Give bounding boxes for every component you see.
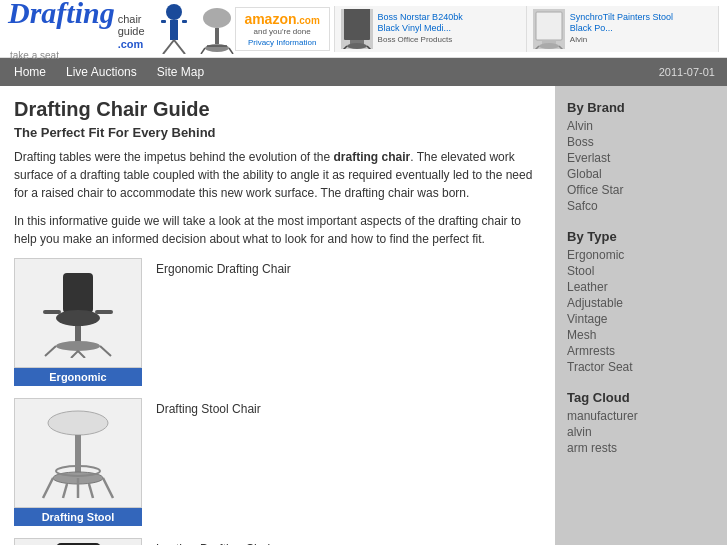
svg-line-31 [78,351,85,358]
sidebar-type-mesh[interactable]: Mesh [567,328,715,342]
product-item-ergonomic: Ergonomic Ergonomic Drafting Chair [14,258,541,386]
svg-rect-2 [161,20,166,23]
amazon-logo: amazon.com [244,11,319,27]
sidebar-type-tractorseat[interactable]: Tractor Seat [567,360,715,374]
svg-rect-3 [182,20,187,23]
nav-site-map[interactable]: Site Map [147,58,214,86]
svg-line-28 [45,346,56,356]
logo-sub3: .com [118,38,145,50]
sidebar-type-ergonomic[interactable]: Ergonomic [567,248,715,262]
ad2-subtitle: Black Po... [570,23,673,35]
svg-line-4 [163,40,174,54]
sidebar-tag-manufacturer[interactable]: manufacturer [567,409,715,423]
chair-icon-2 [199,4,235,54]
sidebar-type-leather[interactable]: Leather [567,280,715,294]
logo-main[interactable]: Drafting [8,0,115,30]
svg-line-30 [100,346,111,356]
site-header: Drafting chair guide .com take a seat [0,0,727,58]
logo-area: Drafting chair guide .com take a seat [8,0,235,61]
bold-keyword: drafting chair [334,150,411,164]
product-desc-stool: Drafting Stool Chair [144,398,261,416]
svg-rect-17 [536,12,562,40]
ad1-brand: Boss Office Products [378,35,463,45]
body-paragraph-1: Drafting tables were the impetus behind … [14,148,541,202]
sidebar-brand-global[interactable]: Global [567,167,715,181]
navbar: Home Live Auctions Site Map 2011-07-01 [0,58,727,86]
product-item-leather: Leather Leather Drafting Chair [14,538,541,545]
sidebar-tag-armrests[interactable]: arm rests [567,441,715,455]
svg-point-32 [48,411,108,435]
page-subtitle: The Perfect Fit For Every Behind [14,125,541,140]
body-paragraph-2: In this informative guide we will take a… [14,212,541,248]
sidebar-brand-officestar[interactable]: Office Star [567,183,715,197]
ad-block-1[interactable]: Boss Norstar B240bk Black Vinyl Medi... … [335,6,527,52]
svg-line-20 [535,46,539,49]
amazon-ad[interactable]: amazon.com and you're done Privacy Infor… [235,7,330,51]
product-label-ergonomic: Ergonomic [14,368,142,386]
sidebar-type-stool[interactable]: Stool [567,264,715,278]
content-area: Drafting Chair Guide The Perfect Fit For… [0,86,555,545]
product-desc-leather: Leather Drafting Chair [144,538,274,545]
page-title: Drafting Chair Guide [14,98,541,121]
ad1-subtitle: Black Vinyl Medi... [378,23,463,35]
sidebar-brand-alvin[interactable]: Alvin [567,119,715,133]
ergonomic-chair-svg [33,268,123,358]
chair-icon-1 [153,4,195,54]
svg-line-35 [43,478,53,498]
stool-chair-svg [33,403,123,503]
sidebar-brand-safco[interactable]: Safco [567,199,715,213]
svg-line-37 [63,484,67,498]
nav-home[interactable]: Home [4,58,56,86]
amazon-privacy[interactable]: Privacy Information [248,38,316,47]
svg-line-10 [229,48,233,54]
ergonomic-chair-image [14,258,142,368]
main-area: Drafting Chair Guide The Perfect Fit For… [0,86,727,545]
svg-line-38 [89,484,93,498]
sidebar-tag-title: Tag Cloud [567,390,715,405]
stool-chair-image [14,398,142,508]
product-image-leather: Leather [14,538,144,545]
product-image-ergonomic: Ergonomic [14,258,144,386]
svg-rect-12 [344,9,370,40]
svg-point-14 [347,43,367,49]
svg-rect-33 [75,435,81,475]
ad-text-2: SynchroTilt Painters Stool Black Po... A… [570,12,673,46]
sidebar-type-vintage[interactable]: Vintage [567,312,715,326]
svg-point-27 [56,341,100,351]
svg-line-36 [103,478,113,498]
nav-live-auctions[interactable]: Live Auctions [56,58,147,86]
logo-sub1: chair [118,13,145,25]
sidebar-brand-everlast[interactable]: Everlast [567,151,715,165]
sidebar-tag-alvin[interactable]: alvin [567,425,715,439]
sidebar-type-title: By Type [567,229,715,244]
ad-block-2[interactable]: SynchroTilt Painters Stool Black Po... A… [527,6,719,52]
sidebar-brand-boss[interactable]: Boss [567,135,715,149]
product-desc-ergonomic: Ergonomic Drafting Chair [144,258,291,276]
svg-line-9 [201,48,205,54]
product-image-stool: Drafting Stool [14,398,144,526]
ad2-title: SynchroTilt Painters Stool [570,12,673,24]
header-chair-illustrations [153,4,235,54]
ad1-title: Boss Norstar B240bk [378,12,463,24]
ad-image-1 [341,9,373,49]
svg-rect-25 [95,310,113,314]
svg-line-29 [71,351,78,358]
svg-point-6 [203,8,231,28]
svg-point-19 [539,43,559,49]
svg-rect-1 [170,20,178,40]
ad-text-1: Boss Norstar B240bk Black Vinyl Medi... … [378,12,463,46]
svg-point-23 [56,310,100,326]
sidebar-type-armrests[interactable]: Armrests [567,344,715,358]
svg-rect-22 [63,273,93,313]
sidebar-brand-title: By Brand [567,100,715,115]
amazon-tagline: and you're done [254,27,311,36]
sidebar-type-adjustable[interactable]: Adjustable [567,296,715,310]
ads-area: Boss Norstar B240bk Black Vinyl Medi... … [334,6,719,52]
svg-rect-7 [215,28,219,44]
leather-chair-image [14,538,142,545]
ad-image-2 [533,9,565,49]
ad2-brand: Alvin [570,35,673,45]
svg-line-15 [343,46,347,49]
logo-sub2: guide [118,25,145,37]
svg-rect-24 [43,310,61,314]
